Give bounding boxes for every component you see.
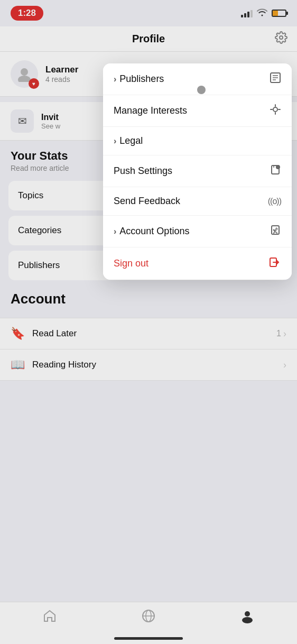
menu-item-feedback-left: Send Feedback: [114, 196, 180, 207]
menu-signout-label: Sign out: [114, 258, 148, 269]
menu-account-label: Account Options: [119, 226, 189, 237]
signout-icon: [268, 256, 281, 271]
menu-interests-label: Manage Interests: [114, 105, 187, 116]
menu-item-legal-left: › Legal: [114, 135, 143, 146]
drag-indicator: [197, 86, 206, 94]
chevron-icon-publishers: ›: [114, 75, 116, 84]
menu-item-account-left: › Account Options: [114, 226, 189, 237]
chevron-icon-legal: ›: [114, 136, 116, 146]
menu-item-account-options[interactable]: › Account Options: [103, 216, 292, 247]
menu-item-manage-interests[interactable]: Manage Interests: [103, 95, 292, 127]
account-options-icon: [270, 224, 281, 238]
menu-publishers-label: Publishers: [119, 73, 164, 85]
menu-item-interests-left: Manage Interests: [114, 105, 187, 116]
menu-push-label: Push Settings: [114, 165, 172, 177]
svg-point-13: [276, 165, 280, 169]
chevron-icon-account: ›: [114, 227, 116, 236]
dropdown-menu: › Publishers Manage Interests: [103, 63, 292, 280]
menu-item-legal[interactable]: › Legal: [103, 127, 292, 155]
menu-item-push-settings[interactable]: Push Settings: [103, 155, 292, 187]
menu-item-publishers-left: › Publishers: [114, 73, 164, 85]
interests-menu-icon: [270, 104, 281, 118]
push-settings-icon: [270, 164, 281, 178]
publishers-menu-icon: [270, 72, 281, 86]
svg-point-6: [273, 107, 277, 112]
menu-legal-label: Legal: [119, 135, 143, 146]
menu-item-signout-left: Sign out: [114, 258, 148, 269]
menu-item-push-left: Push Settings: [114, 165, 172, 177]
menu-item-send-feedback[interactable]: Send Feedback ((o)): [103, 187, 292, 216]
feedback-icon: ((o)): [268, 197, 281, 206]
menu-feedback-label: Send Feedback: [114, 196, 180, 207]
menu-item-sign-out[interactable]: Sign out: [103, 247, 292, 280]
